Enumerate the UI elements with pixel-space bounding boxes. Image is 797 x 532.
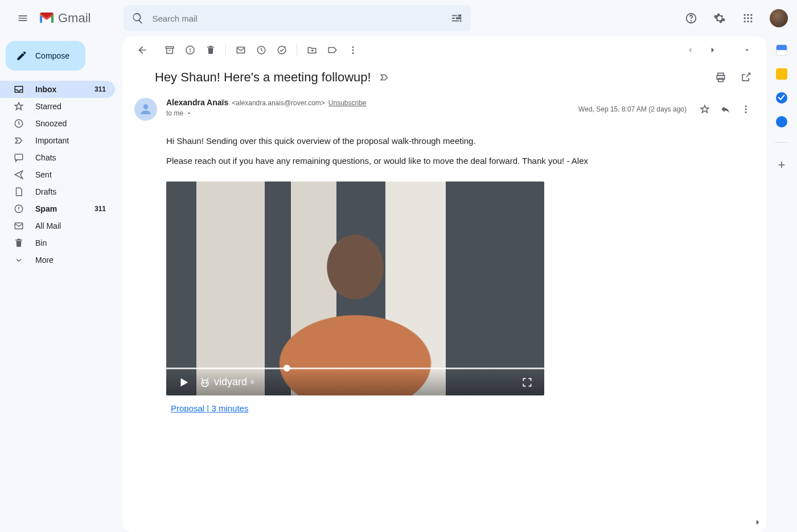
draft-icon xyxy=(14,187,25,197)
keep-app-icon[interactable] xyxy=(776,68,787,80)
spam-icon xyxy=(14,204,25,214)
sender-avatar[interactable] xyxy=(134,98,157,121)
contacts-app-icon[interactable] xyxy=(776,116,787,127)
star-button[interactable] xyxy=(696,100,714,118)
app-name: Gmail xyxy=(58,11,91,26)
video-brand: vidyard® xyxy=(199,376,254,388)
important-marker[interactable] xyxy=(379,72,389,83)
svg-point-32 xyxy=(745,105,747,107)
svg-point-26 xyxy=(352,50,354,51)
more-vert-icon xyxy=(348,45,358,55)
reply-button[interactable] xyxy=(716,100,734,118)
calendar-app-icon[interactable] xyxy=(776,44,787,56)
sidebar-item-bin[interactable]: Bin xyxy=(0,234,115,251)
prev-email-button[interactable] xyxy=(680,40,700,60)
caret-down-icon xyxy=(743,46,751,54)
apps-button[interactable] xyxy=(737,7,759,30)
search-bar[interactable] xyxy=(124,5,471,31)
sidebar-item-label: Bin xyxy=(35,238,106,248)
chat-icon xyxy=(14,152,25,163)
svg-rect-18 xyxy=(166,47,174,48)
add-apps-button[interactable]: + xyxy=(778,158,786,172)
svg-point-21 xyxy=(190,52,191,52)
svg-point-6 xyxy=(747,17,749,19)
sidebar-item-more[interactable]: More xyxy=(0,251,115,269)
sender-name: Alexandra Anaïs xyxy=(166,98,228,107)
svg-point-5 xyxy=(744,17,746,19)
next-email-button[interactable] xyxy=(702,40,723,60)
more-actions-button[interactable] xyxy=(343,40,363,60)
back-button[interactable] xyxy=(132,40,153,60)
svg-point-7 xyxy=(750,17,752,19)
play-button[interactable] xyxy=(178,376,190,389)
mark-unread-button[interactable] xyxy=(231,40,251,60)
open-window-button[interactable] xyxy=(737,68,755,86)
email-body: Hi Shaun! Sending over this quick overvi… xyxy=(166,134,633,168)
sidebar-item-important[interactable]: Important xyxy=(0,132,115,149)
svg-point-8 xyxy=(744,20,746,22)
video-link[interactable]: Proposal | 3 minutes xyxy=(171,403,248,413)
menu-button[interactable] xyxy=(9,5,36,32)
svg-point-27 xyxy=(352,52,354,54)
svg-point-25 xyxy=(352,46,354,48)
sidebar-item-count: 311 xyxy=(95,85,106,93)
svg-rect-13 xyxy=(15,154,23,160)
sidebar-item-label: Starred xyxy=(35,102,106,111)
sidebar-item-label: All Mail xyxy=(35,221,106,230)
sidebar-item-label: Sent xyxy=(35,170,106,179)
star-icon xyxy=(14,101,25,112)
sidebar-item-starred[interactable]: Starred xyxy=(0,98,115,115)
side-panel: + xyxy=(766,36,797,532)
sidebar-item-sent[interactable]: Sent xyxy=(0,166,115,183)
star-icon xyxy=(700,104,710,114)
sidebar-item-label: Snoozed xyxy=(35,119,106,128)
body-paragraph: Hi Shaun! Sending over this quick overvi… xyxy=(166,134,633,147)
clock-icon xyxy=(256,45,266,55)
compose-button[interactable]: Compose xyxy=(6,41,85,71)
recipient-dropdown[interactable]: to me xyxy=(166,109,578,117)
svg-point-33 xyxy=(745,109,747,110)
sidebar-item-drafts[interactable]: Drafts xyxy=(0,183,115,200)
snooze-button[interactable] xyxy=(251,40,272,60)
print-button[interactable] xyxy=(712,68,730,86)
sidebar-item-chats[interactable]: Chats xyxy=(0,149,115,166)
tasks-app-icon[interactable] xyxy=(776,92,787,104)
sidebar-item-snoozed[interactable]: Snoozed xyxy=(0,115,115,132)
archive-button[interactable] xyxy=(159,40,180,60)
important-icon xyxy=(14,135,25,146)
search-icon xyxy=(132,12,144,24)
collapse-panel-button[interactable] xyxy=(753,517,763,527)
message-more-button[interactable] xyxy=(737,100,755,118)
svg-point-34 xyxy=(745,112,747,113)
account-avatar[interactable] xyxy=(770,9,788,27)
settings-button[interactable] xyxy=(708,7,731,30)
add-task-button[interactable] xyxy=(272,40,292,60)
labels-button[interactable] xyxy=(322,40,343,60)
sidebar-item-label: Inbox xyxy=(35,85,95,94)
unsubscribe-link[interactable]: Unsubscribe xyxy=(328,99,367,107)
arrow-left-icon xyxy=(137,44,148,56)
task-icon xyxy=(277,45,287,55)
sidebar-item-spam[interactable]: Spam311 xyxy=(0,200,115,217)
more-vert-icon xyxy=(741,104,751,114)
gmail-logo[interactable]: Gmail xyxy=(39,11,91,26)
input-tools-button[interactable] xyxy=(737,40,757,60)
video-thumbnail[interactable]: vidyard® xyxy=(166,182,544,395)
fullscreen-button[interactable] xyxy=(521,377,533,388)
delete-button[interactable] xyxy=(200,40,221,60)
report-spam-button[interactable] xyxy=(180,40,200,60)
inbox-icon xyxy=(14,84,25,94)
sidebar-item-inbox[interactable]: Inbox311 xyxy=(0,81,115,98)
svg-point-10 xyxy=(750,20,752,22)
more-icon xyxy=(14,255,25,265)
compose-label: Compose xyxy=(35,51,69,60)
sidebar-item-all-mail[interactable]: All Mail xyxy=(0,217,115,234)
play-icon xyxy=(178,376,190,389)
move-to-button[interactable] xyxy=(302,40,322,60)
spam-icon xyxy=(185,45,195,55)
bin-icon xyxy=(14,238,25,248)
tune-icon[interactable] xyxy=(450,12,463,24)
support-button[interactable] xyxy=(680,7,702,30)
svg-point-16 xyxy=(18,210,19,211)
search-input[interactable] xyxy=(152,14,450,23)
